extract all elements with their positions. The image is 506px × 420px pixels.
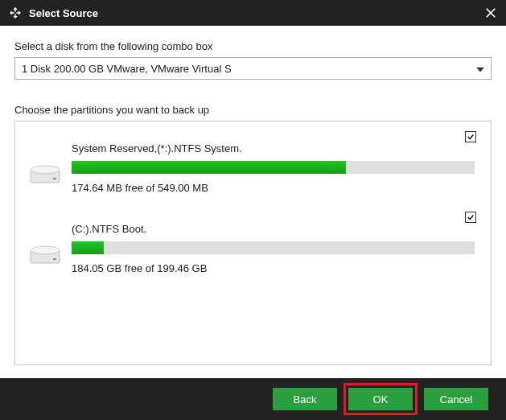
chevron-down-icon	[476, 63, 484, 75]
partition-row: (C:).NTFS Boot. 184.05 GB free of 199.46…	[27, 208, 479, 289]
choose-partitions-label: Choose the partitions you want to back u…	[14, 104, 492, 116]
ok-button[interactable]: OK	[348, 388, 413, 410]
partition-free-text: 174.64 MB free of 549.00 MB	[72, 182, 475, 194]
svg-marker-2	[476, 68, 484, 72]
usage-bar-fill	[72, 161, 346, 174]
usage-bar	[72, 241, 475, 254]
svg-point-7	[31, 246, 60, 254]
partition-info: (C:).NTFS Boot. 184.05 GB free of 199.46…	[72, 223, 475, 274]
partition-row: System Reserved,(*:).NTFS System. 174.64…	[27, 128, 479, 208]
partition-free-text: 184.05 GB free of 199.46 GB	[72, 262, 475, 274]
partition-info: System Reserved,(*:).NTFS System. 174.64…	[72, 142, 475, 194]
cancel-button[interactable]: Cancel	[424, 388, 488, 410]
close-button[interactable]	[480, 2, 501, 23]
disk-combo[interactable]: 1 Disk 200.00 GB VMware, VMware Virtual …	[14, 57, 492, 80]
footer: Back OK Cancel	[0, 378, 506, 420]
usage-bar-fill	[72, 241, 104, 254]
partition-name: (C:).NTFS Boot.	[72, 223, 475, 235]
partition-checkbox[interactable]	[465, 131, 476, 142]
usage-bar	[72, 161, 475, 174]
back-button[interactable]: Back	[273, 388, 337, 410]
content-area: Select a disk from the following combo b…	[0, 26, 506, 378]
titlebar: Select Source	[0, 0, 506, 26]
partition-list: System Reserved,(*:).NTFS System. 174.64…	[14, 121, 492, 365]
partition-checkbox[interactable]	[465, 212, 476, 223]
disk-icon	[27, 157, 64, 194]
svg-point-4	[31, 166, 60, 174]
partition-name: System Reserved,(*:).NTFS System.	[72, 142, 475, 154]
app-icon	[8, 6, 23, 20]
window-title: Select Source	[29, 7, 480, 19]
disk-icon	[27, 237, 64, 274]
svg-rect-8	[53, 258, 56, 260]
spacer	[14, 365, 492, 378]
disk-combo-value: 1 Disk 200.00 GB VMware, VMware Virtual …	[22, 63, 232, 75]
svg-rect-5	[53, 178, 56, 179]
select-disk-label: Select a disk from the following combo b…	[14, 40, 492, 52]
dialog-window: Select Source Select a disk from the fol…	[0, 0, 506, 420]
